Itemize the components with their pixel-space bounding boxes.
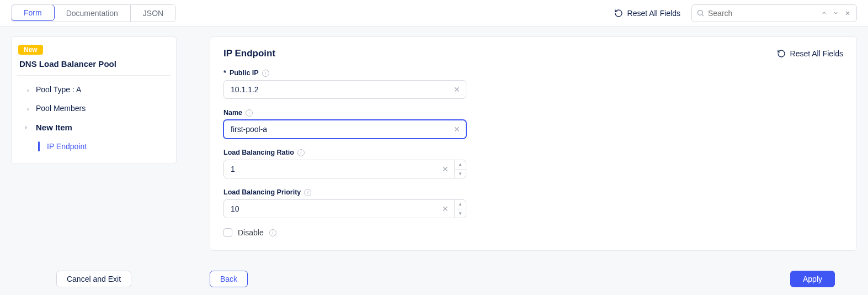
nav-item-ip-endpoint[interactable]: IP Endpoint (17, 137, 171, 156)
main-wrap: IP Endpoint Reset All Fields * Public IP… (210, 36, 857, 263)
top-right: Reset All Fields (614, 4, 857, 22)
public-ip-input[interactable] (224, 85, 448, 94)
ratio-label: Load Balancing Ratio (223, 149, 294, 156)
ratio-input[interactable] (224, 165, 436, 173)
nav-item-pool-members[interactable]: Pool Members (17, 99, 171, 118)
disable-checkbox[interactable] (223, 228, 232, 237)
back-button[interactable]: Back (210, 271, 248, 287)
search-input[interactable] (708, 9, 817, 18)
sidebar-title: DNS Load Balancer Pool (17, 59, 171, 76)
reset-label: Reset All Fields (790, 49, 843, 58)
disable-label: Disable (238, 228, 264, 237)
public-ip-input-wrap[interactable]: ✕ (223, 80, 466, 99)
ratio-stepper: ▲ ▼ (454, 160, 466, 178)
content-area: New DNS Load Balancer Pool Pool Type : A… (0, 27, 868, 263)
priority-stepper: ▲ ▼ (454, 200, 466, 218)
svg-line-1 (702, 14, 704, 16)
panel-title: IP Endpoint (223, 48, 275, 59)
field-lb-ratio: Load Balancing Ratio i ✕ ▲ ▼ (223, 149, 843, 178)
info-icon[interactable]: i (262, 70, 269, 77)
info-icon[interactable]: i (304, 189, 311, 196)
ratio-label-row: Load Balancing Ratio i (223, 149, 843, 156)
clear-icon[interactable]: ✕ (448, 85, 466, 94)
reset-icon (777, 49, 786, 58)
sidebar-nav: New DNS Load Balancer Pool Pool Type : A… (11, 36, 177, 164)
public-ip-label: Public IP (230, 69, 259, 77)
reset-all-fields-top[interactable]: Reset All Fields (614, 9, 680, 18)
step-up-icon[interactable]: ▲ (455, 200, 466, 209)
priority-input[interactable] (224, 204, 436, 213)
tab-form[interactable]: Form (11, 4, 55, 21)
svg-point-0 (698, 10, 703, 15)
footer-left: Cancel and Exit (0, 271, 188, 287)
tab-json[interactable]: JSON (131, 5, 175, 22)
nav-item-pool-type[interactable]: Pool Type : A (17, 80, 171, 99)
priority-label: Load Balancing Priority (223, 188, 301, 196)
search-icon (696, 9, 705, 17)
clear-icon[interactable]: ✕ (436, 165, 454, 173)
step-down-icon[interactable]: ▼ (455, 209, 466, 218)
tab-documentation[interactable]: Documentation (54, 5, 131, 22)
field-disable: Disable i (223, 228, 843, 237)
field-public-ip: * Public IP i ✕ (223, 69, 843, 99)
priority-label-row: Load Balancing Priority i (223, 188, 843, 196)
name-input[interactable] (224, 125, 448, 134)
nav-tree: Pool Type : A Pool Members New Item IP E… (17, 80, 171, 156)
clear-icon[interactable]: ✕ (448, 125, 466, 134)
search-box[interactable] (691, 4, 857, 22)
footer-bar: Cancel and Exit Back Apply (0, 263, 868, 295)
field-lb-priority: Load Balancing Priority i ✕ ▲ ▼ (223, 188, 843, 218)
search-prev-icon[interactable] (820, 10, 828, 16)
priority-input-wrap[interactable]: ✕ ▲ ▼ (223, 199, 466, 218)
name-label-row: Name i (223, 109, 843, 117)
footer-center: Back (210, 271, 248, 287)
info-icon[interactable]: i (246, 109, 253, 117)
top-bar: Form Documentation JSON Reset All Fields (0, 0, 868, 27)
name-input-wrap[interactable]: ✕ (223, 120, 466, 139)
reset-label: Reset All Fields (627, 9, 680, 18)
name-label: Name (223, 109, 242, 117)
search-clear-icon[interactable] (843, 10, 852, 17)
required-mark: * (223, 69, 226, 77)
step-down-icon[interactable]: ▼ (455, 170, 466, 178)
ratio-input-wrap[interactable]: ✕ ▲ ▼ (223, 160, 466, 178)
panel-header: IP Endpoint Reset All Fields (223, 48, 843, 59)
cancel-and-exit-button[interactable]: Cancel and Exit (56, 271, 131, 287)
info-icon[interactable]: i (269, 229, 276, 236)
view-tabs: Form Documentation JSON (11, 4, 176, 22)
form-panel: IP Endpoint Reset All Fields * Public IP… (210, 36, 857, 251)
reset-icon (614, 9, 623, 18)
clear-icon[interactable]: ✕ (436, 204, 454, 213)
nav-item-new-item[interactable]: New Item (17, 118, 171, 137)
public-ip-label-row: * Public IP i (223, 69, 843, 77)
step-up-icon[interactable]: ▲ (455, 160, 466, 170)
info-icon[interactable]: i (297, 149, 305, 156)
search-next-icon[interactable] (832, 10, 840, 16)
apply-button[interactable]: Apply (790, 271, 835, 287)
field-name: Name i ✕ (223, 109, 843, 139)
new-badge: New (18, 45, 43, 55)
reset-all-fields-panel[interactable]: Reset All Fields (777, 49, 843, 58)
